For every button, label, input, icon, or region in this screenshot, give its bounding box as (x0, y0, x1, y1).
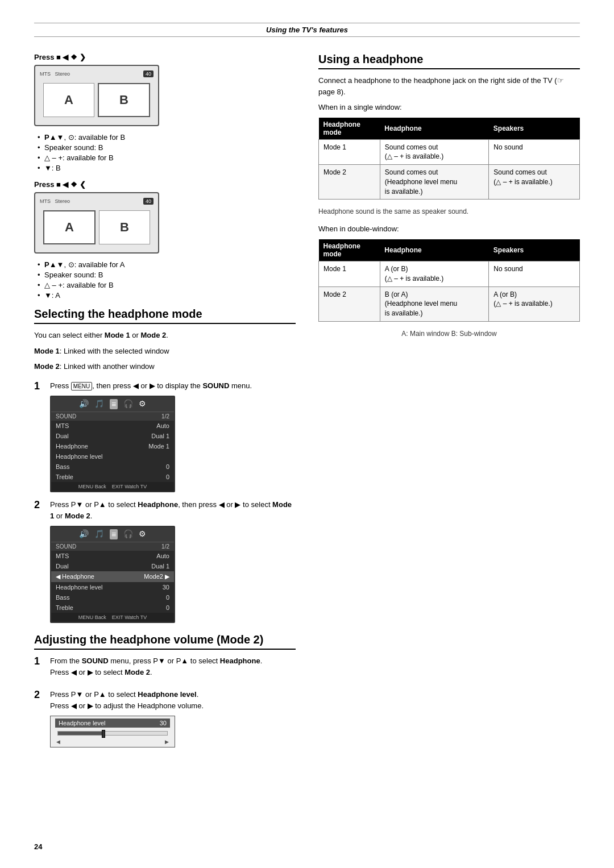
osd-title-1: SOUND 1/2 (51, 412, 174, 421)
window-label: A: Main window B: Sub-window (318, 330, 580, 338)
press-line-1: Press ■ ◀ ❖ ❯ (34, 53, 296, 61)
osd-row-bass-2: Bass 0 (51, 592, 174, 603)
dw-mode-1-label: Mode 1 (319, 261, 380, 286)
osd-treble-value-2: 0 (166, 604, 169, 611)
osd-hplevel-label-2: Headphone level (56, 584, 103, 591)
osd-dual-value-2: Dual 1 (151, 563, 169, 570)
select-intro: You can select either Mode 1 or Mode 2. (34, 330, 296, 341)
hp-dot-left: ◀ (56, 739, 60, 745)
tv-top-bar-1: MTS Stereo 40 (40, 70, 154, 77)
tv-window-b-1: B (98, 83, 150, 117)
osd-row-hplevel-2: Headphone level 30 (51, 582, 174, 592)
osd-mts-value: Auto (156, 422, 169, 429)
bullet-item: P▲▼, ⊙: available for A (40, 260, 296, 269)
osd-mts-label-2: MTS (56, 553, 69, 559)
osd-row-treble-2: Treble 0 (51, 603, 174, 613)
mode-2-label: Mode 2 (319, 165, 380, 200)
page: Using the TV's features Press ■ ◀ ❖ ❯ MT… (0, 0, 614, 868)
osd-hplevel-value-2: 30 (163, 584, 169, 591)
osd-treble-value-1: 0 (166, 474, 169, 480)
hp-level-title: Headphone level 30 (55, 719, 170, 728)
bullet-list-1: P▲▼, ⊙: available for B Speaker sound: B… (34, 133, 296, 172)
hp-level-bar: Headphone level 30 ◀ ▶ (50, 716, 175, 747)
osd-row-dual-2: Dual Dual 1 (51, 561, 174, 571)
double-window-table: Headphonemode Headphone Speakers Mode 1 … (318, 239, 580, 322)
step-content-2: Press P▼ or P▲ to select Headphone, then… (50, 499, 296, 623)
osd-treble-label-1: Treble (56, 474, 73, 480)
step-num-1: 1 (34, 380, 45, 393)
dw-mode-1-speakers: No sound (489, 261, 580, 286)
osd-hplevel-label-1: Headphone level (56, 453, 103, 460)
osd-headphone-value-1: Mode 1 (148, 443, 169, 450)
osd-dual-label-2: Dual (56, 563, 69, 570)
mode-1-headphone: Sound comes out(△ – + is available.) (380, 139, 489, 165)
single-window-table: Headphonemode Headphone Speakers Mode 1 … (318, 118, 580, 200)
mode-2-speakers: Sound comes out(△ – + is available.) (489, 165, 580, 200)
table-row: Mode 2 Sound comes out(Headphone level m… (319, 165, 580, 200)
adjust-step-num-2: 2 (34, 689, 45, 701)
bullet-item: Speaker sound: B (40, 271, 296, 279)
hp-level-fill (58, 732, 102, 735)
th-headphone-2: Headphone (380, 239, 489, 261)
osd-row-treble-1: Treble 0 (51, 472, 174, 482)
step-2: 2 Press P▼ or P▲ to select Headphone, th… (34, 499, 296, 623)
osd-bass-value-2: 0 (166, 594, 169, 601)
osd-menu-2: 🔊 🎵 ≡ 🎧 ⚙ SOUND 1/2 MTS Auto (50, 526, 175, 623)
bullet-item: △ – +: available for B (40, 153, 296, 162)
osd-bass-label-2: Bass (56, 594, 69, 601)
double-window-label: When in double-window: (318, 223, 580, 235)
dw-mode-2-headphone: B (or A)(Headphone level menuis availabl… (380, 286, 489, 321)
th-mode-1: Headphonemode (319, 118, 380, 140)
osd-mts-label: MTS (56, 422, 69, 429)
single-window-label: When in a single window: (318, 102, 580, 113)
adjust-step-content-2: Press P▼ or P▲ to select Headphone level… (50, 689, 296, 747)
adjust-step1-text: From the SOUND menu, press P▼ or P▲ to s… (50, 655, 296, 678)
using-headphone-intro: Connect a headphone to the headphone jac… (318, 75, 580, 97)
using-headphone-title: Using a headphone (318, 53, 580, 69)
osd-mts-value-2: Auto (156, 553, 169, 559)
osd-row-dual-1: Dual Dual 1 (51, 431, 174, 441)
hp-level-thumb (102, 730, 105, 738)
osd-footer-1: MENU Back EXIT Watch TV (51, 482, 174, 491)
dw-mode-2-label: Mode 2 (319, 286, 380, 321)
table-row: Mode 1 Sound comes out(△ – + is availabl… (319, 139, 580, 165)
table1-note: Headphone sound is the same as speaker s… (318, 207, 580, 215)
table-row: Mode 1 A (or B)(△ – + is available.) No … (319, 261, 580, 286)
bullet-item: ▼: B (40, 164, 296, 172)
step1-text: Press MENU, then press ◀ or ▶ to display… (50, 380, 296, 392)
osd-row-mts-1: MTS Auto (51, 421, 174, 431)
adjust-step2-text: Press P▼ or P▲ to select Headphone level… (50, 689, 296, 711)
mode-1-speakers: No sound (489, 139, 580, 165)
th-headphone-1: Headphone (380, 118, 489, 140)
mode-1-label: Mode 1 (319, 139, 380, 165)
osd-icon-bar-2: 🔊 🎵 ≡ 🎧 ⚙ (51, 527, 174, 542)
hp-level-dots: ◀ ▶ (55, 739, 170, 745)
bullet-item: Speaker sound: B (40, 143, 296, 152)
osd-row-headphone-2: ◀ Headphone Mode2 ▶ (51, 571, 174, 582)
osd-page-2: 1/2 (161, 543, 169, 550)
tv-windows-1: A B (40, 80, 154, 121)
page-header: Using the TV's features (34, 23, 580, 37)
hp-level-value: 30 (160, 720, 167, 726)
dw-mode-1-headphone: A (or B)(△ – + is available.) (380, 261, 489, 286)
table-row: Mode 2 B (or A)(Headphone level menuis a… (319, 286, 580, 321)
osd-row-hplevel-1: Headphone level (51, 451, 174, 462)
bullet-item: P▲▼, ⊙: available for B (40, 133, 296, 142)
mode1-desc: Mode 1: Linked with the selected window (34, 346, 296, 357)
bullet-list-2: P▲▼, ⊙: available for A Speaker sound: B… (34, 260, 296, 300)
tv-ch-1: 40 (143, 70, 154, 77)
osd-treble-label-2: Treble (56, 604, 73, 611)
step2-text: Press P▼ or P▲ to select Headphone, then… (50, 499, 296, 521)
tv-windows-2: A B (40, 207, 154, 248)
page-header-text: Using the TV's features (266, 26, 348, 34)
osd-headphone-label-1: Headphone (56, 443, 88, 450)
step-content-1: Press MENU, then press ◀ or ▶ to display… (50, 380, 296, 493)
adjust-step-num-1: 1 (34, 655, 45, 668)
press-line-2: Press ■ ◀ ❖ ❮ (34, 180, 296, 189)
tv-ch-2: 40 (143, 198, 154, 205)
tv-window-a-2: A (43, 210, 96, 244)
main-content: Press ■ ◀ ❖ ❯ MTS Stereo 40 A B P▲▼, ⊙: … (34, 53, 580, 754)
bullet-item: △ – +: available for B (40, 281, 296, 289)
osd-headphone-value-2: Mode2 ▶ (144, 573, 169, 580)
osd-sound-label: SOUND (56, 413, 76, 420)
